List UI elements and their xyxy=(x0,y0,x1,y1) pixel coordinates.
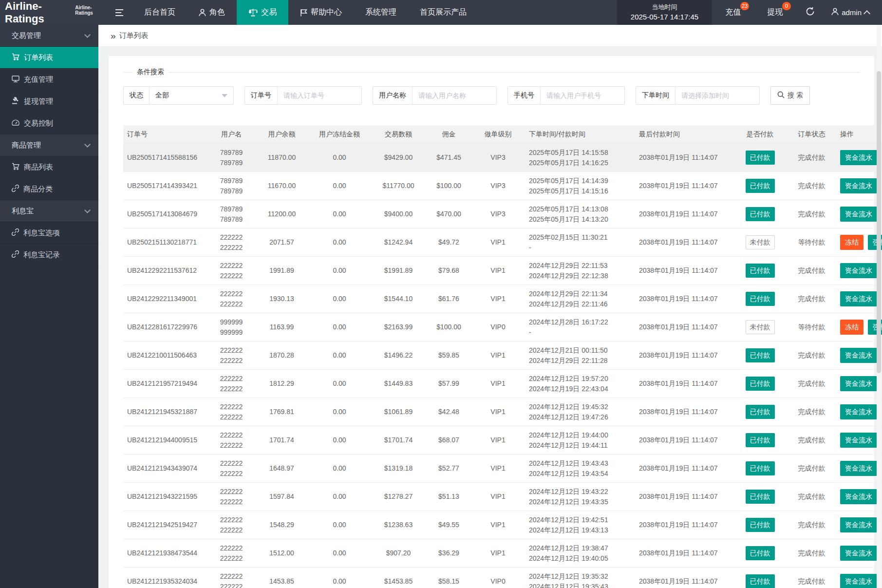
paid-status-cell: 已付款 xyxy=(733,200,787,228)
phone-input[interactable] xyxy=(541,87,624,104)
nav-item-roles[interactable]: 角色 xyxy=(187,0,237,25)
commission-cell: $49.72 xyxy=(427,228,471,257)
sidebar-item-trade-control[interactable]: 交易控制 xyxy=(0,113,98,134)
funds-flow-button[interactable]: 资金流水 xyxy=(840,150,877,165)
freeze-button[interactable]: 冻结 xyxy=(840,320,863,335)
app-logo: Airline-Ratings Airline-Ratings xyxy=(0,0,106,25)
user-frozen-cell: 0.00 xyxy=(309,257,370,285)
user-name-cell: 222222222222 xyxy=(208,398,255,426)
vip-level-cell: VIP1 xyxy=(471,341,525,370)
username-input[interactable] xyxy=(413,87,496,104)
phone-label: 手机号 xyxy=(508,87,541,104)
order-pay-time-cell: 2025年02月15日 11:30:21- xyxy=(525,228,635,257)
order-no: UB2412210011506463 xyxy=(123,341,208,370)
withdraw-button[interactable]: 提现 0 xyxy=(754,0,796,25)
funds-flow-button[interactable]: 资金流水 xyxy=(840,207,877,222)
funds-flow-button[interactable]: 资金流水 xyxy=(840,574,877,588)
user-balance-cell: 1453.85 xyxy=(255,568,309,588)
commission-cell: $100.00 xyxy=(427,313,471,341)
recharge-count-badge: 23 xyxy=(740,2,749,10)
order-no-label: 订单号 xyxy=(245,87,278,104)
sidebar-toggle-button[interactable] xyxy=(106,0,132,25)
link-icon xyxy=(12,250,19,259)
nav-item-help-center[interactable]: 帮助中心 xyxy=(288,0,354,25)
order-no: UB2505171414393421 xyxy=(123,172,208,200)
order-pay-time-cell: 2024年12月28日 16:17:22- xyxy=(525,313,635,341)
sidebar-group-trade-management[interactable]: 交易管理 xyxy=(0,25,98,47)
order-no: UB2412292211537612 xyxy=(123,257,208,285)
freeze-button[interactable]: 冻结 xyxy=(840,235,863,250)
funds-flow-button[interactable]: 资金流水 xyxy=(840,178,877,193)
username-label: 用户名称 xyxy=(373,87,413,104)
hamburger-icon xyxy=(115,9,124,17)
funds-flow-button[interactable]: 资金流水 xyxy=(840,263,877,278)
user-balance-cell: 1512.00 xyxy=(255,539,309,568)
commission-cell: $471.45 xyxy=(427,144,471,172)
last-pay-time-cell: 2038年01月19日 11:14:07 xyxy=(635,341,733,370)
table-row: UB250517141558815678978978978911870.000.… xyxy=(123,144,882,172)
trade-amount-cell: $1242.94 xyxy=(370,228,427,257)
select-caret-icon xyxy=(222,94,227,97)
user-name-cell: 222222222222 xyxy=(208,539,255,568)
funds-flow-button[interactable]: 资金流水 xyxy=(840,404,877,419)
order-pay-time-cell: 2024年12月12日 19:35:322024年12月12日 19:35:43 xyxy=(525,568,635,588)
sidebar-group-product-management[interactable]: 商品管理 xyxy=(0,134,98,156)
sidebar-item-interest-options[interactable]: 利息宝选项 xyxy=(0,222,98,244)
nav-item-dashboard[interactable]: 后台首页 xyxy=(132,0,187,25)
paid-status-cell: 未付款 xyxy=(733,228,787,257)
nav-item-label: 交易 xyxy=(261,7,277,18)
nav-item-label: 帮助中心 xyxy=(311,7,342,18)
order-no-filter: 订单号 xyxy=(244,86,362,105)
nav-item-trade[interactable]: 交易 xyxy=(237,0,288,25)
funds-flow-button[interactable]: 资金流水 xyxy=(840,348,877,363)
sidebar-item-recharge-management[interactable]: 充值管理 xyxy=(0,69,98,91)
paid-status-badge: 已付款 xyxy=(746,377,775,391)
funds-flow-button[interactable]: 资金流水 xyxy=(840,546,877,561)
link-icon xyxy=(12,228,19,237)
actions-cell: 资金流水 xyxy=(836,200,882,228)
order-status-cell: 完成付款 xyxy=(787,455,836,483)
trade-amount-cell: $1319.18 xyxy=(370,455,427,483)
funds-flow-button[interactable]: 资金流水 xyxy=(840,517,877,532)
order-pay-time-cell: 2024年12月12日 19:43:222024年12月12日 19:43:35 xyxy=(525,483,635,511)
order-pay-time-cell: 2024年12月29日 22:11:342024年12月29日 22:11:46 xyxy=(525,285,635,313)
user-menu[interactable]: admin xyxy=(825,0,882,25)
sidebar-item-interest-records[interactable]: 利息宝记录 xyxy=(0,244,98,266)
user-balance-cell: 11200.00 xyxy=(255,200,309,228)
table-row: UB24121219353240342222222222221453.850.0… xyxy=(123,568,882,588)
paid-status-badge: 已付款 xyxy=(746,490,775,504)
funds-flow-button[interactable]: 资金流水 xyxy=(840,376,877,391)
nav-item-system-settings[interactable]: 系统管理 xyxy=(354,0,408,25)
order-no: UB2412121943439074 xyxy=(123,455,208,483)
scrollbar-thumb[interactable] xyxy=(877,71,881,373)
scales-icon xyxy=(248,8,258,17)
funds-flow-button[interactable]: 资金流水 xyxy=(840,489,877,504)
order-no-input[interactable] xyxy=(278,87,361,104)
sidebar-item-order-list[interactable]: 订单列表 xyxy=(0,47,98,69)
nav-item-home-products[interactable]: 首页展示产品 xyxy=(408,0,478,25)
sidebar-item-product-list[interactable]: 商品列表 xyxy=(0,156,98,178)
paid-status-badge: 已付款 xyxy=(746,433,775,447)
funds-flow-button[interactable]: 资金流水 xyxy=(840,291,877,306)
last-pay-time-cell: 2038年01月19日 11:14:07 xyxy=(635,200,733,228)
sidebar-group-interest-treasure[interactable]: 利息宝 xyxy=(0,200,98,222)
search-button[interactable]: 搜 索 xyxy=(770,86,810,105)
funds-flow-button[interactable]: 资金流水 xyxy=(840,461,877,476)
status-filter: 状态 全部 xyxy=(123,86,234,105)
sidebar-item-withdraw-management[interactable]: 提现管理 xyxy=(0,91,98,113)
order-time-input[interactable] xyxy=(676,87,759,104)
user-name-cell: 222222222222 xyxy=(208,455,255,483)
last-pay-time-cell: 2038年01月19日 11:14:07 xyxy=(635,398,733,426)
status-select[interactable]: 全部 xyxy=(150,87,233,104)
recharge-button[interactable]: 充值 23 xyxy=(712,0,754,25)
trade-amount-cell: $1701.74 xyxy=(370,426,427,455)
commission-cell: $470.00 xyxy=(427,200,471,228)
flag-icon xyxy=(300,9,307,17)
link-icon xyxy=(12,185,19,193)
funds-flow-button[interactable]: 资金流水 xyxy=(840,433,877,448)
sidebar-item-product-category[interactable]: 商品分类 xyxy=(0,178,98,200)
user-name-cell: 222222222222 xyxy=(208,483,255,511)
refresh-button[interactable] xyxy=(796,0,825,25)
withdraw-count-badge: 0 xyxy=(782,2,791,10)
table-row: UB24121219440095152222222222221701.740.0… xyxy=(123,426,882,455)
